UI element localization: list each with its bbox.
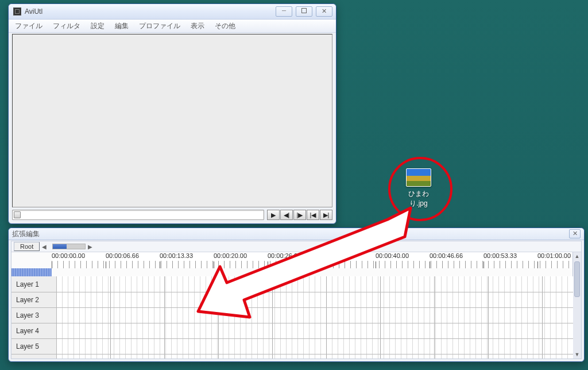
- menu-filter[interactable]: フィルタ: [49, 21, 84, 32]
- layer-area[interactable]: [57, 323, 573, 338]
- main-menubar: ファイル フィルタ 設定 編集 プロファイル 表示 その他: [9, 20, 336, 33]
- layer-area[interactable]: [57, 276, 573, 292]
- layer-label: Layer 4: [11, 323, 57, 338]
- layer-label: Layer 3: [11, 308, 57, 323]
- ruler-tick: 00:00:33.33: [322, 252, 355, 259]
- layer-row[interactable]: Layer 4: [11, 323, 573, 338]
- layer-row[interactable]: Layer 1: [11, 276, 573, 292]
- timeline-tracks[interactable]: Layer 1 Layer 2 Layer 3 Layer 4 Layer 5: [11, 268, 573, 359]
- scroll-thumb[interactable]: [574, 261, 580, 297]
- layer-area[interactable]: [57, 354, 573, 359]
- menu-other[interactable]: その他: [211, 21, 239, 32]
- ruler-tick: 00:01:00.00: [537, 252, 571, 259]
- ext-close-button[interactable]: ✕: [569, 229, 581, 238]
- layer-label: Layer 2: [11, 292, 57, 307]
- layer-label: Layer 5: [11, 339, 57, 354]
- menu-view[interactable]: 表示: [187, 21, 208, 32]
- close-button[interactable]: ✕: [316, 6, 332, 17]
- app-icon: [13, 7, 21, 16]
- desktop-file[interactable]: ひまわり.jpg: [401, 168, 436, 209]
- step-fwd-button[interactable]: |▶: [293, 210, 306, 220]
- aviutl-main-window: AviUtl ─ ✕ ファイル フィルタ 設定 編集 プロファイル 表示 その他…: [8, 3, 336, 224]
- ruler-tick: 00:00:46.66: [430, 252, 463, 259]
- menu-edit[interactable]: 編集: [111, 21, 133, 32]
- seek-slider[interactable]: [12, 210, 264, 220]
- layer-label: Layer 6: [11, 354, 57, 359]
- playback-controls: ▶ ◀| |▶ |◀ ▶|: [12, 210, 332, 220]
- zoom-slider[interactable]: [52, 244, 86, 249]
- ext-title: 拡張編集: [12, 229, 569, 239]
- timeline-vscrollbar[interactable]: ▲ ▼: [572, 252, 581, 359]
- ext-toolbar: Root ◀ ▶: [11, 241, 581, 252]
- file-name: ひまわり.jpg: [408, 190, 429, 207]
- menu-profile[interactable]: プロファイル: [135, 21, 184, 32]
- layer-area[interactable]: [57, 292, 573, 307]
- play-button[interactable]: ▶: [267, 210, 280, 220]
- menu-file[interactable]: ファイル: [11, 21, 47, 32]
- menu-setting[interactable]: 設定: [87, 21, 109, 32]
- ruler-tick: 00:00:26.66: [268, 252, 301, 259]
- file-thumbnail-icon: [406, 168, 431, 187]
- layer-label: Layer 1: [11, 276, 57, 292]
- extended-edit-window: 拡張編集 ✕ Root ◀ ▶ 00:00:00.00 00:00:06.66 …: [8, 228, 585, 362]
- main-titlebar[interactable]: AviUtl ─ ✕: [9, 4, 336, 20]
- ext-body: Root ◀ ▶ 00:00:00.00 00:00:06.66 00:00:1…: [11, 241, 582, 359]
- ruler-tick: 00:00:20.00: [214, 252, 247, 259]
- zoom-left-icon: ◀: [42, 244, 47, 250]
- maximize-button[interactable]: [296, 6, 312, 17]
- layer-row[interactable]: Layer 3: [11, 307, 573, 323]
- preview-area: [12, 34, 332, 207]
- layer-row[interactable]: Layer 2: [11, 292, 573, 307]
- scroll-down-icon[interactable]: ▼: [573, 350, 581, 359]
- ruler-tick: 00:00:40.00: [376, 252, 409, 259]
- timeline-ruler[interactable]: 00:00:00.00 00:00:06.66 00:00:13.33 00:0…: [52, 252, 573, 268]
- layer-row[interactable]: Layer 5: [11, 338, 573, 354]
- ruler-tick: 00:00:13.33: [160, 252, 193, 259]
- layer-row[interactable]: Layer 6: [11, 354, 573, 359]
- ruler-tick: 00:00:00.00: [52, 252, 85, 259]
- to-end-button[interactable]: ▶|: [320, 210, 332, 220]
- zoom-right-icon: ▶: [88, 244, 92, 250]
- scroll-up-icon[interactable]: ▲: [573, 252, 581, 260]
- ext-titlebar[interactable]: 拡張編集 ✕: [9, 228, 584, 240]
- minimize-button[interactable]: ─: [276, 6, 292, 17]
- step-back-button[interactable]: ◀|: [280, 210, 293, 220]
- main-title: AviUtl: [25, 7, 276, 16]
- to-start-button[interactable]: |◀: [307, 210, 319, 220]
- layer-area[interactable]: [57, 308, 573, 323]
- ruler-tick: 00:00:06.66: [106, 252, 139, 259]
- layer-area[interactable]: [57, 339, 573, 354]
- ruler-tick: 00:00:53.33: [483, 252, 517, 259]
- desktop: AviUtl ─ ✕ ファイル フィルタ 設定 編集 プロファイル 表示 その他…: [0, 0, 588, 370]
- root-button[interactable]: Root: [14, 242, 40, 251]
